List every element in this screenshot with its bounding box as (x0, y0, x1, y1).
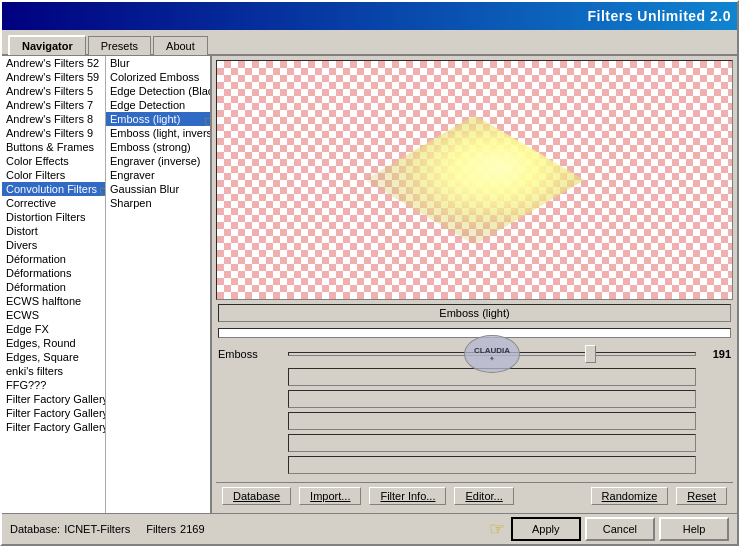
list-item[interactable]: Buttons & Frames (2, 140, 105, 154)
main-content: Andrew's Filters 52 Andrew's Filters 59 … (2, 56, 737, 513)
list-item[interactable]: Sharpen (106, 196, 210, 210)
list-item-emboss-light[interactable]: Emboss (light) ☞ (106, 112, 210, 126)
preview-area (216, 60, 733, 300)
list-item[interactable]: Edge FX (2, 322, 105, 336)
filter-name-bar: Emboss (light) (218, 304, 731, 322)
main-window: Filters Unlimited 2.0 Navigator Presets … (0, 0, 739, 546)
title-bar: Filters Unlimited 2.0 (2, 2, 737, 30)
list-item[interactable]: Filter Factory Gallery B (2, 406, 105, 420)
emboss-slider[interactable] (288, 352, 696, 356)
empty-slider-row-4 (218, 434, 731, 452)
apply-button-container: ☞ Apply (511, 517, 581, 541)
filters-value: 2169 (180, 523, 204, 535)
list-item[interactable]: Emboss (strong) (106, 140, 210, 154)
tab-about[interactable]: About (153, 36, 208, 55)
tab-bar: Navigator Presets About (2, 30, 737, 56)
empty-slider-row-3 (218, 412, 731, 430)
filter-list[interactable]: Blur Colorized Emboss Edge Detection (Bl… (106, 56, 210, 513)
list-item[interactable]: Engraver (inverse) (106, 154, 210, 168)
list-item[interactable]: Edge Detection (Black & White) (106, 84, 210, 98)
database-button[interactable]: Database (222, 487, 291, 505)
list-item[interactable]: Filter Factory Gallery C (2, 420, 105, 434)
empty-slider-4[interactable] (288, 434, 696, 452)
list-item[interactable]: Emboss (light, inverse) (106, 126, 210, 140)
list-item[interactable]: Déformations (2, 266, 105, 280)
empty-slider-2[interactable] (288, 390, 696, 408)
title-text: Filters Unlimited 2.0 (587, 8, 731, 24)
apply-button[interactable]: Apply (511, 517, 581, 541)
list-item[interactable]: Distort (2, 224, 105, 238)
list-item[interactable]: Divers (2, 238, 105, 252)
empty-slider-row-2 (218, 390, 731, 408)
filters-label: Filters (146, 523, 176, 535)
left-panel: Andrew's Filters 52 Andrew's Filters 59 … (2, 56, 212, 513)
database-value: ICNET-Filters (64, 523, 130, 535)
reset-button[interactable]: Reset (676, 487, 727, 505)
list-item[interactable]: Déformation (2, 280, 105, 294)
list-item[interactable]: Andrew's Filters 7 (2, 98, 105, 112)
status-bar: Database: ICNET-Filters Filters 2169 ☞ A… (2, 513, 737, 544)
list-item[interactable]: Andrew's Filters 9 (2, 126, 105, 140)
list-item[interactable]: enki's filters (2, 364, 105, 378)
emboss-slider-row: Emboss CLAUDIA ✦ 191 ☞ (218, 344, 731, 364)
list-item[interactable]: Blur (106, 56, 210, 70)
list-item[interactable]: Gaussian Blur (106, 182, 210, 196)
list-item[interactable]: Déformation (2, 252, 105, 266)
list-item[interactable]: Andrew's Filters 52 (2, 56, 105, 70)
list-item[interactable]: FFG??? (2, 378, 105, 392)
tab-presets[interactable]: Presets (88, 36, 151, 55)
empty-slider-5[interactable] (288, 456, 696, 474)
tab-navigator[interactable]: Navigator (8, 35, 86, 55)
progress-bar (218, 328, 731, 338)
slider-track: CLAUDIA ✦ (288, 344, 696, 364)
database-label: Database: (10, 523, 60, 535)
list-item[interactable]: Colorized Emboss (106, 70, 210, 84)
bottom-toolbar: Database Import... Filter Info... Editor… (216, 482, 733, 509)
list-item-convolution[interactable]: Convolution Filters ☞ (2, 182, 105, 196)
list-item[interactable]: Andrew's Filters 8 (2, 112, 105, 126)
cancel-button[interactable]: Cancel (585, 517, 655, 541)
empty-slider-3[interactable] (288, 412, 696, 430)
list-item[interactable]: Engraver (106, 168, 210, 182)
list-item[interactable]: Distortion Filters (2, 210, 105, 224)
list-item[interactable]: Color Effects (2, 154, 105, 168)
emboss-value: 191 ☞ (696, 348, 731, 360)
list-item[interactable]: Edges, Round (2, 336, 105, 350)
list-item[interactable]: Filter Factory Gallery A (2, 392, 105, 406)
list-item[interactable]: Corrective (2, 196, 105, 210)
emboss-label: Emboss (218, 348, 288, 360)
help-button[interactable]: Help (659, 517, 729, 541)
list-item[interactable]: Edge Detection (106, 98, 210, 112)
list-item[interactable]: Edges, Square (2, 350, 105, 364)
editor-button[interactable]: Editor... (454, 487, 513, 505)
right-panel: Emboss (light) Emboss CLAUDIA ✦ (212, 56, 737, 513)
list-item[interactable]: ECWS halftone (2, 294, 105, 308)
list-item[interactable]: Andrew's Filters 59 (2, 70, 105, 84)
list-item[interactable]: ECWS (2, 308, 105, 322)
apply-cursor-arrow: ☞ (489, 518, 505, 540)
filter-info-button[interactable]: Filter Info... (369, 487, 446, 505)
category-list[interactable]: Andrew's Filters 52 Andrew's Filters 59 … (2, 56, 106, 513)
controls-area: Emboss (light) Emboss CLAUDIA ✦ (216, 300, 733, 482)
list-item[interactable]: Andrew's Filters 5 (2, 84, 105, 98)
list-item[interactable]: Color Filters (2, 168, 105, 182)
empty-slider-row-5 (218, 456, 731, 474)
empty-slider-row-1 (218, 368, 731, 386)
import-button[interactable]: Import... (299, 487, 361, 505)
randomize-button[interactable]: Randomize (591, 487, 669, 505)
empty-slider-1[interactable] (288, 368, 696, 386)
